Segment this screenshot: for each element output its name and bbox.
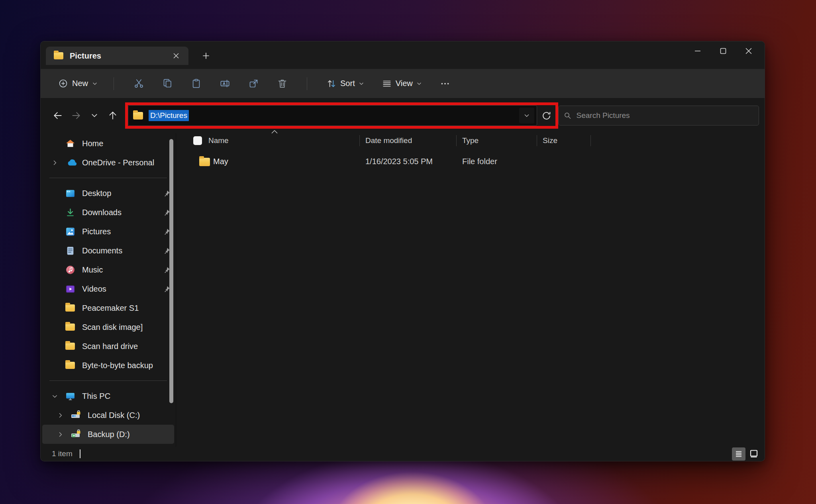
chevron-down-icon	[359, 81, 364, 86]
column-header-size[interactable]: Size	[543, 136, 557, 145]
column-header-name[interactable]: Name	[208, 136, 229, 145]
chevron-down-icon	[52, 393, 58, 399]
new-button[interactable]: New	[53, 75, 103, 92]
large-icons-view-button[interactable]	[747, 447, 761, 461]
minimize-button[interactable]	[685, 41, 710, 61]
address-input[interactable]: D:\Pictures	[128, 105, 537, 126]
folder-icon	[65, 324, 75, 331]
chevron-right-icon	[57, 431, 63, 437]
file-type: File folder	[462, 157, 497, 166]
sidebar-item-desktop[interactable]: Desktop	[42, 184, 174, 203]
minimize-icon	[693, 47, 702, 55]
toolbar-divider	[307, 77, 307, 90]
details-view-button[interactable]	[732, 447, 745, 461]
backup-drive-icon	[71, 429, 84, 439]
videos-icon	[65, 284, 79, 294]
annotation-red-rectangle: D:\Pictures	[125, 102, 558, 129]
sidebar-item-scan-disk-image[interactable]: Scan disk image]	[42, 318, 174, 337]
sidebar-scrollbar[interactable]	[169, 139, 173, 403]
sidebar-item-home[interactable]: Home	[42, 134, 174, 153]
close-icon	[744, 47, 753, 55]
column-header-date-modified[interactable]: Date modified	[365, 136, 412, 145]
close-icon	[173, 52, 180, 59]
chevron-down-icon	[92, 81, 98, 86]
more-options-button[interactable]	[435, 74, 455, 93]
up-arrow-icon	[108, 110, 118, 121]
sidebar-item-documents[interactable]: Documents	[42, 241, 174, 260]
paste-button[interactable]	[186, 74, 206, 93]
chevron-right-icon	[57, 412, 63, 418]
folder-icon	[65, 304, 75, 312]
file-name: May	[213, 157, 228, 166]
sort-ascending-caret-icon	[271, 130, 278, 134]
command-bar: New Sort View	[41, 69, 765, 98]
status-bar: 1 item	[41, 447, 765, 461]
share-button[interactable]	[244, 74, 263, 93]
sidebar-item-peacemaker-s1[interactable]: Peacemaker S1	[42, 298, 174, 318]
new-plus-icon	[58, 78, 68, 88]
file-date-modified: 1/16/2023 5:05 PM	[365, 157, 433, 166]
sort-icon	[326, 78, 337, 89]
select-all-checkbox[interactable]	[193, 136, 202, 145]
search-input[interactable]	[577, 111, 754, 120]
item-count: 1 item	[52, 449, 73, 458]
search-box[interactable]	[558, 106, 759, 126]
sidebar-item-local-disk-c[interactable]: Local Disk (C:)	[42, 406, 174, 425]
delete-button[interactable]	[273, 74, 292, 93]
rename-button[interactable]	[215, 74, 234, 93]
share-icon	[248, 78, 259, 89]
sidebar-divider	[49, 380, 167, 381]
new-label: New	[72, 79, 88, 88]
sidebar-item-downloads[interactable]: Downloads	[42, 203, 174, 222]
forward-button[interactable]	[67, 107, 85, 124]
forward-arrow-icon	[71, 110, 81, 121]
refresh-button[interactable]	[537, 105, 555, 126]
sidebar-item-scan-hard-drive[interactable]: Scan hard drive	[42, 337, 174, 356]
plus-icon	[202, 52, 210, 60]
back-button[interactable]	[49, 107, 67, 124]
file-list-pane: Name Date modified Type Size May 1/16/20…	[176, 133, 765, 447]
up-button[interactable]	[104, 107, 122, 124]
close-button[interactable]	[736, 41, 761, 61]
paste-icon	[191, 78, 202, 89]
sort-label: Sort	[340, 79, 355, 88]
cut-button[interactable]	[129, 74, 148, 93]
recent-locations-button[interactable]	[85, 107, 104, 124]
sidebar-item-videos[interactable]: Videos	[42, 279, 174, 298]
file-row-may[interactable]: May 1/16/2023 5:05 PM File folder	[176, 152, 765, 171]
details-view-icon	[734, 449, 743, 458]
new-tab-button[interactable]	[197, 48, 215, 64]
this-pc-icon	[65, 391, 79, 401]
column-header-type[interactable]: Type	[462, 136, 479, 145]
sidebar-item-this-pc[interactable]: This PC	[42, 386, 174, 406]
sidebar-item-backup-d[interactable]: Backup (D:)	[42, 425, 174, 444]
search-icon	[563, 111, 572, 120]
folder-icon	[199, 158, 210, 166]
address-dropdown-button[interactable]	[519, 108, 534, 124]
copy-button[interactable]	[158, 74, 177, 93]
cut-icon	[133, 78, 144, 89]
maximize-button[interactable]	[710, 41, 736, 61]
sidebar-item-pictures[interactable]: Pictures	[42, 222, 174, 241]
sidebar-divider	[49, 178, 167, 178]
refresh-icon	[541, 110, 552, 121]
large-icons-view-icon	[749, 449, 759, 459]
maximize-icon	[719, 47, 728, 55]
desktop-icon	[65, 188, 79, 198]
view-button[interactable]: View	[377, 75, 427, 92]
copy-icon	[162, 78, 173, 89]
folder-icon	[54, 52, 63, 59]
address-row: D:\Pictures	[41, 98, 765, 133]
file-explorer-window: Pictures New	[40, 41, 765, 461]
chevron-down-icon	[91, 112, 98, 119]
chevron-right-icon	[52, 160, 58, 166]
sidebar-item-onedrive[interactable]: OneDrive - Personal	[42, 153, 174, 172]
tab-close-button[interactable]	[169, 50, 183, 62]
status-separator	[80, 449, 80, 458]
folder-icon	[65, 343, 75, 350]
tab-pictures[interactable]: Pictures	[46, 47, 188, 65]
sort-button[interactable]: Sort	[322, 75, 369, 92]
view-label: View	[396, 79, 413, 88]
sidebar-item-byte-to-byte-backup[interactable]: Byte-to-byte backup	[42, 356, 174, 375]
sidebar-item-music[interactable]: Music	[42, 260, 174, 279]
